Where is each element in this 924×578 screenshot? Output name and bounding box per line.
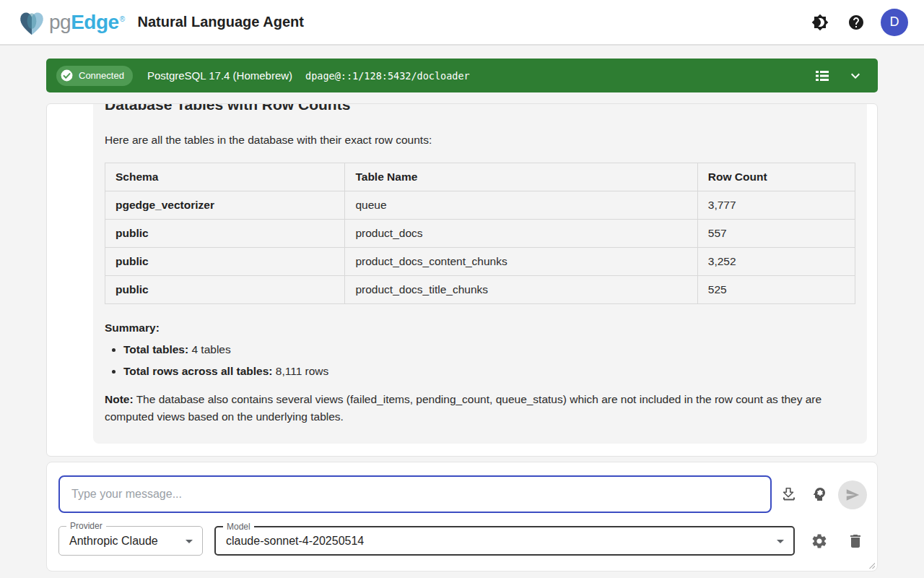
connection-expand-button[interactable]: [843, 64, 868, 88]
psychology-icon: [811, 486, 828, 503]
model-combobox[interactable]: Model claude-sonnet-4-20250514: [214, 526, 795, 556]
connection-bar: Connected PostgreSQL 17.4 (Homebrew) dpa…: [46, 59, 878, 92]
reasoning-mode-button[interactable]: [808, 483, 831, 506]
table-cell: product_docs_title_chunks: [345, 276, 697, 304]
download-transcript-button[interactable]: [777, 483, 801, 506]
summary-bullet: Total tables: 4 tables: [123, 343, 855, 356]
app-header: pgEdge® Natural Language Agent D: [0, 0, 924, 46]
user-avatar[interactable]: D: [881, 9, 908, 36]
row-counts-table: SchemaTable NameRow Count pgedge_vectori…: [105, 163, 855, 304]
send-button[interactable]: [838, 480, 867, 509]
table-cell: 3,777: [697, 191, 855, 220]
table-column-header: Table Name: [345, 163, 697, 191]
table-header-row: SchemaTable NameRow Count: [105, 163, 855, 191]
summary-heading: Summary:: [105, 322, 855, 335]
assistant-message-bubble: Database Tables with Row Counts Here are…: [93, 104, 867, 444]
table-row: pgedge_vectorizerqueue3,777: [105, 191, 855, 220]
table-row: publicproduct_docs_content_chunks3,252: [105, 248, 855, 276]
provider-select[interactable]: Provider Anthropic Claude: [58, 526, 203, 556]
table-column-header: Schema: [105, 163, 345, 191]
connection-status-label: Connected: [79, 70, 124, 81]
connection-string: dpage@::1/128:5432/docloader: [305, 70, 470, 82]
note-label: Note:: [105, 393, 134, 405]
chat-history-panel[interactable]: Database Tables with Row Counts Here are…: [46, 103, 878, 457]
table-row: publicproduct_docs557: [105, 220, 855, 248]
clear-chat-button[interactable]: [844, 530, 867, 553]
table-row: publicproduct_docs_title_chunks525: [105, 276, 855, 304]
table-cell: 557: [697, 220, 855, 248]
table-cell: product_docs_content_chunks: [345, 248, 697, 276]
summary-bullet: Total rows across all tables: 8,111 rows: [123, 365, 855, 378]
gear-icon: [811, 532, 828, 550]
list-icon: [814, 67, 831, 85]
brightness-icon: [811, 14, 829, 31]
table-column-header: Row Count: [697, 163, 855, 191]
resize-grip[interactable]: [868, 562, 876, 569]
message-input[interactable]: [58, 475, 772, 513]
table-cell: public: [105, 220, 345, 248]
settings-button[interactable]: [808, 530, 831, 553]
table-cell: product_docs: [345, 220, 697, 248]
results-table-body: pgedge_vectorizerqueue3,777publicproduct…: [105, 191, 855, 304]
chevron-down-icon: [847, 67, 864, 85]
message-heading: Database Tables with Row Counts: [105, 104, 855, 113]
connection-status-badge: Connected: [56, 66, 133, 86]
trash-icon: [847, 532, 864, 550]
table-cell: 3,252: [697, 248, 855, 276]
provider-value: Anthropic Claude: [69, 527, 158, 555]
server-version-label: PostgreSQL 17.4 (Homebrew): [147, 69, 292, 82]
page-title: Natural Language Agent: [138, 14, 304, 30]
help-button[interactable]: [842, 8, 871, 37]
table-cell: public: [105, 248, 345, 276]
help-icon: [847, 14, 865, 31]
table-cell: public: [105, 276, 345, 304]
pgedge-wordmark: pgEdge®: [49, 11, 125, 34]
connection-list-button[interactable]: [810, 64, 834, 88]
summary-list: Total tables: 4 tablesTotal rows across …: [123, 343, 855, 378]
dark-mode-toggle-button[interactable]: [806, 8, 834, 37]
pgedge-logo: pgEdge®: [16, 8, 125, 37]
dropdown-caret-icon: [772, 532, 789, 550]
note-paragraph: Note: The database also contains several…: [105, 391, 855, 426]
check-circle-icon: [60, 69, 74, 82]
table-cell: 525: [697, 276, 855, 304]
table-cell: queue: [345, 191, 697, 220]
dropdown-caret-icon: [180, 532, 198, 550]
message-intro: Here are all the tables in the database …: [105, 134, 855, 147]
model-value: claude-sonnet-4-20250514: [226, 527, 364, 554]
send-icon: [845, 487, 860, 503]
download-icon: [780, 486, 798, 503]
avatar-initial: D: [890, 14, 899, 30]
composer-panel: Provider Anthropic Claude Model claude-s…: [46, 462, 878, 571]
table-header: SchemaTable NameRow Count: [105, 163, 855, 191]
note-text: The database also contains several views…: [105, 393, 821, 423]
pgedge-heart-icon: [16, 8, 48, 37]
table-cell: pgedge_vectorizer: [105, 191, 345, 220]
